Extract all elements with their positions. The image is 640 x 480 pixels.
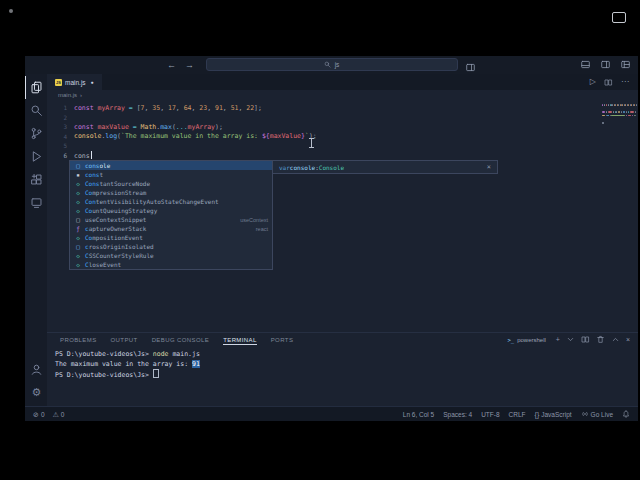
status-language-mode[interactable]: {}JavaScript xyxy=(535,411,572,418)
status-warnings[interactable]: ⚠0 xyxy=(53,411,65,418)
status-cursor-position[interactable]: Ln 6, Col 5 xyxy=(403,411,434,418)
back-icon[interactable]: ← xyxy=(167,61,176,70)
minimap-line xyxy=(602,115,636,117)
activity-bar: ⚙ xyxy=(25,74,47,406)
suggest-item[interactable]: □crossOriginIsolated xyxy=(70,242,272,251)
new-terminal-icon[interactable]: + xyxy=(556,336,560,343)
suggest-label: CompositionEvent xyxy=(85,234,143,241)
suggest-label: useContextSnippet xyxy=(85,216,146,223)
toggle-secondary-sidebar-icon[interactable] xyxy=(465,62,476,73)
status-label: CRLF xyxy=(509,411,526,418)
activity-source-control[interactable] xyxy=(25,122,47,145)
suggest-item[interactable]: ◇CloseEvent xyxy=(70,260,272,269)
command-center[interactable]: js xyxy=(206,58,458,71)
terminal-cursor xyxy=(153,369,159,378)
titlebar: ←→ js xyxy=(25,56,638,74)
status-left: ⊘0⚠0 xyxy=(33,411,64,418)
line-number: 3 xyxy=(47,123,74,130)
minimap-line xyxy=(602,111,636,113)
terminal-profile-label: powershell xyxy=(517,337,546,343)
more-actions-icon[interactable]: ⋯ xyxy=(621,78,629,86)
panel-tab-problems[interactable]: PROBLEMS xyxy=(53,333,104,346)
suggest-item[interactable]: □useContextSnippetuseContext xyxy=(70,215,272,224)
suggest-item[interactable]: ◇ConstantSourceNode xyxy=(70,179,272,188)
suggest-label: CompressionStream xyxy=(85,189,146,196)
command-center-text: js xyxy=(335,61,340,68)
panel-tab-debug-console[interactable]: DEBUG CONSOLE xyxy=(145,333,217,346)
suggest-item[interactable]: ◇CompressionStream xyxy=(70,188,272,197)
terminal-profile[interactable]: >_powershell xyxy=(508,337,546,343)
close-panel-icon[interactable]: × xyxy=(626,336,630,343)
minimap-line xyxy=(602,122,636,124)
activity-settings[interactable]: ⚙ xyxy=(25,381,47,404)
activity-remote-explorer[interactable] xyxy=(25,191,47,214)
code-text: console.log(`The maximum value in the ar… xyxy=(74,132,317,140)
forward-icon[interactable]: → xyxy=(185,61,194,70)
terminal-line: PS D:\youtube-videos\Js> node main.js xyxy=(55,349,638,359)
status-errors[interactable]: ⊘0 xyxy=(33,411,45,418)
breadcrumb[interactable]: main.js › xyxy=(47,90,638,100)
suggest-item[interactable]: ◇ContentVisibilityAutoStateChangeEvent xyxy=(70,197,272,206)
line-number: 5 xyxy=(47,142,74,149)
var-suggest-icon: □ xyxy=(74,243,82,250)
close-icon[interactable]: × xyxy=(487,163,491,171)
customize-layout-icon[interactable] xyxy=(620,59,631,70)
suggest-item[interactable]: □console xyxy=(70,161,272,170)
snippet-suggest-icon: □ xyxy=(74,216,82,223)
broadcast-icon xyxy=(581,410,589,418)
bell-icon xyxy=(622,410,630,418)
run-code-icon[interactable]: ▷ xyxy=(590,78,596,86)
chevron-right-icon: › xyxy=(80,92,82,98)
tab-main-js[interactable]: JS main.js ● xyxy=(47,74,102,90)
suggest-details: var console: Console× xyxy=(272,160,498,174)
panel-tab-output[interactable]: OUTPUT xyxy=(104,333,145,346)
code-text: const myArray = [7, 35, 17, 64, 23, 91, … xyxy=(74,104,262,112)
activity-explorer[interactable] xyxy=(25,76,47,99)
titlebar-nav: ←→ xyxy=(167,56,194,74)
remote-icon xyxy=(30,196,43,209)
powershell-icon: >_ xyxy=(508,337,515,343)
docs-text: var xyxy=(279,164,290,171)
launch-profile-icon[interactable] xyxy=(566,335,575,344)
video-overlay-icon xyxy=(612,12,626,23)
activity-account[interactable] xyxy=(25,358,47,381)
video-frame: ←→ js ⚙ JS main.js ● ▷⋯ xyxy=(0,0,640,480)
status-eol[interactable]: CRLF xyxy=(509,411,526,418)
suggest-item[interactable]: ◇CountQueuingStrategy xyxy=(70,206,272,215)
code-line: 6cons xyxy=(47,151,638,161)
panel-tab-ports[interactable]: PORTS xyxy=(264,333,301,346)
activity-search[interactable] xyxy=(25,99,47,122)
tab-bar: JS main.js ● ▷⋯ xyxy=(47,74,638,90)
editor[interactable]: 1const myArray = [7, 35, 17, 64, 23, 91,… xyxy=(47,100,638,332)
status-right: Ln 6, Col 5Spaces: 4UTF-8CRLF{}JavaScrip… xyxy=(403,410,630,418)
suggest-label: CountQueuingStrategy xyxy=(85,207,157,214)
suggest-label: CSSCounterStyleRule xyxy=(85,252,154,259)
minimap[interactable] xyxy=(600,100,638,332)
activity-extensions[interactable] xyxy=(25,168,47,191)
toggle-panel-icon[interactable] xyxy=(580,59,591,70)
suggest-item[interactable]: ◇CSSCounterStyleRule xyxy=(70,251,272,260)
code-line: 4console.log(`The maximum value in the a… xyxy=(47,132,638,142)
minimap-line xyxy=(602,104,636,106)
search-icon xyxy=(30,104,43,117)
activity-run-debug[interactable] xyxy=(25,145,47,168)
panel-tab-terminal[interactable]: TERMINAL xyxy=(216,333,264,346)
line-number: 2 xyxy=(47,114,74,121)
split-editor-icon[interactable] xyxy=(604,78,613,87)
maximize-panel-icon[interactable] xyxy=(611,335,620,344)
status-encoding[interactable]: UTF-8 xyxy=(481,411,499,418)
toggle-sidebar-icon[interactable] xyxy=(600,59,611,70)
panel: PROBLEMSOUTPUTDEBUG CONSOLETERMINALPORTS… xyxy=(47,332,638,406)
status-indentation[interactable]: Spaces: 4 xyxy=(443,411,472,418)
terminal[interactable]: PS D:\youtube-videos\Js> node main.jsThe… xyxy=(47,346,638,406)
suggest-item[interactable]: ▪const xyxy=(70,170,272,179)
status-notifications[interactable] xyxy=(622,410,630,418)
suggest-item[interactable]: ◇CompositionEvent xyxy=(70,233,272,242)
suggest-label: crossOriginIsolated xyxy=(85,243,154,250)
kill-terminal-icon[interactable] xyxy=(596,335,605,344)
split-terminal-icon[interactable] xyxy=(581,335,590,344)
suggest-item[interactable]: ƒcaptureOwnerStackreact xyxy=(70,224,272,233)
tab-label: main.js xyxy=(65,79,86,86)
status-go-live[interactable]: Go Live xyxy=(581,410,613,418)
keyword-suggest-icon: ▪ xyxy=(74,171,82,178)
